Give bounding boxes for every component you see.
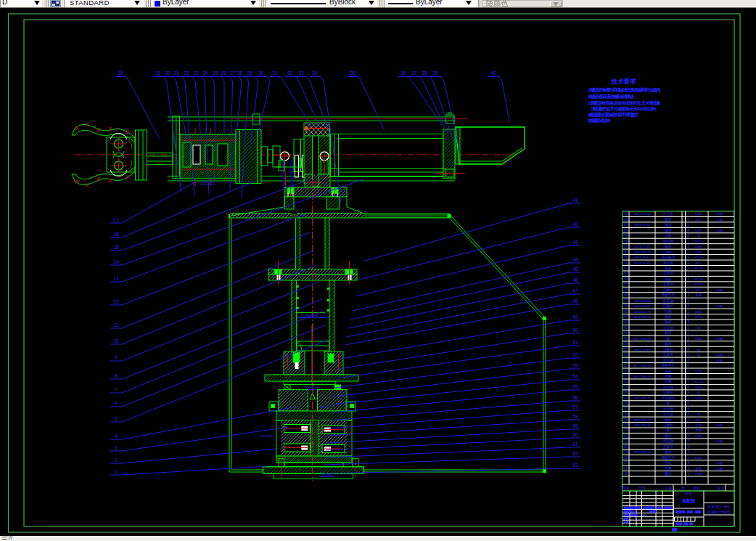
svg-text:29: 29: [624, 396, 628, 400]
svg-text:45钢: 45钢: [716, 359, 723, 362]
svg-text:42: 42: [624, 326, 628, 330]
svg-text:54: 54: [572, 374, 578, 379]
svg-text:40Cr: 40Cr: [695, 418, 702, 422]
svg-text:端盖: 端盖: [665, 369, 672, 373]
svg-text:1: 1: [688, 456, 690, 460]
svg-text:滑动轴承: 滑动轴承: [661, 255, 675, 260]
svg-text:65Mn: 65Mn: [695, 212, 704, 216]
svg-text:调整垫片: 调整垫片: [661, 455, 675, 460]
svg-text:65Mn: 65Mn: [695, 472, 704, 476]
svg-text:45钢: 45钢: [716, 218, 723, 221]
svg-text:密封圈: 密封圈: [663, 261, 674, 266]
svg-text:長铜: 長铜: [696, 428, 702, 432]
svg-text:長铜: 長铜: [696, 293, 702, 297]
svg-text:55: 55: [572, 384, 578, 389]
svg-text:4: 4: [688, 315, 690, 319]
svg-text:螺栓: 螺栓: [665, 418, 672, 423]
svg-text:15: 15: [113, 245, 119, 250]
svg-text:54: 54: [624, 261, 628, 265]
svg-text:1: 1: [688, 472, 690, 476]
svg-text:8: 8: [688, 353, 690, 357]
svg-text:6: 6: [688, 407, 690, 411]
svg-text:12: 12: [113, 299, 119, 304]
svg-text:1: 1: [688, 331, 690, 335]
svg-text:14: 14: [113, 259, 119, 264]
svg-text:31: 31: [624, 386, 628, 389]
svg-text:2: 2: [688, 467, 690, 471]
svg-text:16: 16: [624, 467, 628, 471]
svg-text:45钢: 45钢: [716, 467, 723, 471]
svg-text:53: 53: [572, 363, 578, 368]
svg-text:HT200: HT200: [694, 380, 704, 383]
svg-text:27: 27: [624, 407, 628, 411]
svg-text:40Cr: 40Cr: [695, 261, 702, 265]
svg-text:名称: 名称: [665, 486, 672, 490]
svg-text:6: 6: [688, 439, 690, 443]
svg-text:36: 36: [624, 359, 628, 362]
svg-text:8: 8: [688, 412, 690, 416]
svg-text:1: 1: [688, 396, 690, 400]
svg-text:2: 2: [688, 251, 690, 254]
svg-text:48: 48: [624, 293, 628, 297]
svg-text:1: 1: [688, 310, 690, 314]
svg-text:4.减速器剖分面涂密封胶不得用垫片.: 4.减速器剖分面涂密封胶不得用垫片.: [588, 112, 639, 118]
svg-text:45: 45: [572, 267, 578, 272]
svg-text:50: 50: [624, 282, 628, 286]
svg-text:2: 2: [688, 282, 690, 286]
svg-text:27: 27: [230, 70, 236, 76]
svg-text:端盖: 端盖: [665, 266, 672, 270]
svg-text:25: 25: [624, 418, 628, 422]
svg-text:1: 1: [688, 223, 690, 227]
svg-text:60: 60: [624, 229, 628, 232]
svg-text:GB/T 276-94: GB/T 276-94: [633, 315, 652, 319]
svg-text:1: 1: [688, 364, 690, 367]
svg-text:Ø47k6: Ø47k6: [320, 405, 329, 409]
svg-text:10: 10: [113, 338, 119, 343]
svg-text:31: 31: [272, 70, 278, 76]
svg-text:GB/T 892-86: GB/T 892-86: [633, 251, 652, 254]
svg-text:17: 17: [624, 461, 628, 465]
svg-text:55: 55: [624, 256, 628, 259]
svg-text:螺母: 螺母: [665, 330, 672, 335]
svg-text:47: 47: [572, 288, 578, 293]
svg-text:8: 8: [115, 373, 118, 378]
svg-text:39: 39: [624, 342, 628, 346]
svg-text:支承座: 支承座: [663, 282, 674, 287]
svg-text:58: 58: [624, 240, 628, 243]
svg-text:61: 61: [572, 442, 578, 447]
svg-text:47: 47: [624, 299, 628, 303]
svg-text:8: 8: [688, 359, 690, 362]
svg-text:4: 4: [688, 348, 690, 351]
svg-text:57: 57: [624, 245, 628, 248]
svg-text:GB/T 5783-86: GB/T 5783-86: [633, 337, 653, 341]
svg-text:1: 1: [688, 272, 690, 275]
svg-text:调整垫片: 调整垫片: [661, 363, 675, 368]
svg-text:Q235: Q235: [695, 370, 703, 373]
svg-text:22: 22: [624, 434, 628, 438]
svg-text:2: 2: [688, 293, 690, 297]
svg-text:1: 1: [688, 337, 690, 341]
svg-text:机械设计制造: 机械设计制造: [707, 510, 731, 515]
svg-text:6: 6: [115, 401, 118, 406]
svg-text:2: 2: [688, 370, 690, 373]
svg-text:1: 1: [688, 428, 690, 432]
svg-text:40: 40: [490, 70, 496, 76]
svg-text:24: 24: [202, 70, 208, 76]
svg-text:活塞杆: 活塞杆: [663, 288, 674, 293]
svg-text:33: 33: [624, 375, 628, 378]
svg-text:26: 26: [624, 412, 628, 416]
svg-text:45钢: 45钢: [716, 304, 723, 308]
svg-text:某某理工大学: 某某理工大学: [707, 505, 731, 509]
svg-text:45钢: 45钢: [716, 212, 723, 216]
svg-text:50: 50: [572, 328, 578, 333]
svg-text:51: 51: [624, 277, 628, 281]
svg-text:49: 49: [572, 314, 578, 320]
svg-text:44: 44: [572, 257, 578, 262]
svg-text:GB/T 70-85: GB/T 70-85: [634, 348, 651, 351]
svg-text:65Mn: 65Mn: [695, 245, 704, 248]
svg-text:35: 35: [624, 364, 628, 367]
svg-text:45钢: 45钢: [716, 423, 723, 427]
svg-text:GB 97.1-85: GB 97.1-85: [634, 245, 651, 248]
svg-text:调整垫片: 调整垫片: [661, 293, 675, 298]
svg-text:密封圈: 密封圈: [663, 239, 674, 244]
